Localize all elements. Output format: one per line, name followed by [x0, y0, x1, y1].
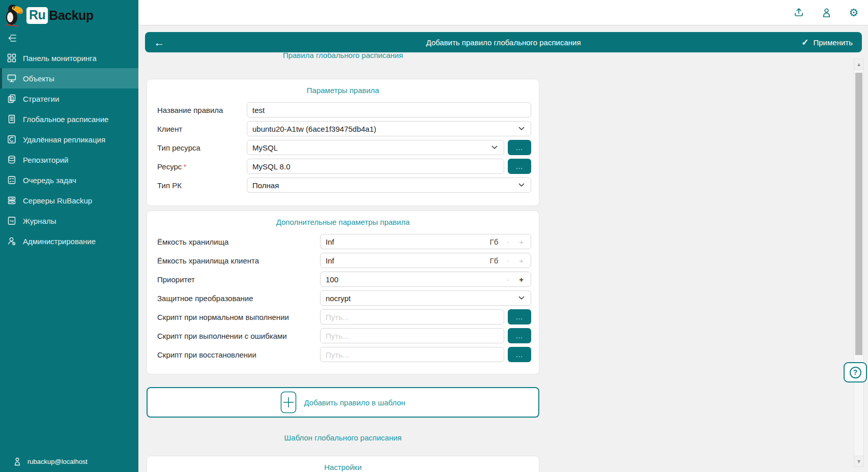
chevron-down-icon [518, 183, 525, 187]
sidebar-item-logs[interactable]: log Журналы [0, 211, 138, 231]
add-rule-to-template-label: Добавить правило в шаблон [304, 398, 405, 407]
sidebar-item-label: Серверы RuBackup [23, 196, 92, 205]
resource-input[interactable] [247, 159, 504, 174]
sidebar-item-label: Журналы [23, 217, 56, 225]
form-row-resource: Ресурс* ... [157, 159, 531, 174]
sidebar-item-label: Панель мониторинга [23, 54, 97, 63]
priority-input[interactable] [326, 275, 506, 284]
scrollbar-thumb[interactable] [855, 73, 862, 355]
resource-browse-button[interactable]: ... [508, 159, 531, 174]
required-asterisk: * [183, 162, 186, 171]
chevron-down-icon [518, 296, 525, 300]
sidebar-item-label: Очередь задач [23, 176, 76, 185]
task-queue-icon [7, 175, 17, 185]
form-row-client-storage-capacity: Ёмкость хранилища клиента Гб - + [157, 253, 531, 268]
resource-label: Ресурс* [157, 162, 247, 171]
resource-type-label: Тип ресурса [157, 143, 247, 152]
form-row-priority: Приоритет - + [157, 272, 531, 287]
rule-parameters-title: Параметры правила [147, 79, 539, 95]
increment-button[interactable]: + [519, 275, 524, 284]
add-rule-to-template-button[interactable]: Добавить правило в шаблон [147, 387, 539, 418]
sidebar-item-global-schedule[interactable]: Глобальное расписание [0, 109, 138, 129]
script-normal-browse-button[interactable]: ... [508, 309, 531, 324]
client-storage-capacity-input[interactable] [326, 256, 490, 265]
form-row-resource-type: Тип ресурса MySQL ... [157, 140, 531, 155]
settings-button[interactable]: ⚙ [848, 7, 860, 19]
strategies-doc-icon [7, 94, 17, 104]
client-storage-capacity-stepper: Гб - + [320, 253, 531, 268]
help-button[interactable]: ? [844, 362, 867, 382]
apply-button[interactable]: ✓ Применить [798, 37, 862, 48]
storage-capacity-input[interactable] [326, 238, 490, 246]
section-heading-clip: Правила глобального расписания [147, 53, 539, 63]
form-row-backup-type: Тип РК Полная [157, 178, 531, 193]
profile-button[interactable] [820, 7, 832, 19]
logs-icon: log [7, 216, 17, 226]
sidebar-item-servers[interactable]: Серверы RuBackup [0, 190, 138, 211]
sidebar-item-task-queue[interactable]: Очередь задач [0, 170, 138, 190]
form-row-crypto: Защитное преобразование nocrypt [157, 290, 531, 306]
collapse-sidebar-icon [7, 33, 19, 43]
sidebar-collapse-button[interactable] [7, 33, 19, 44]
script-normal-input[interactable] [320, 309, 504, 324]
scroll-up-icon: ▲ [857, 62, 860, 67]
increment-button[interactable]: + [519, 256, 524, 265]
form-row-client: Клиент ubuntu20-A1tw (6ace1f39475db4a1) [157, 121, 531, 136]
backup-type-select[interactable]: Полная [247, 178, 531, 193]
sidebar-item-repository[interactable]: Репозиторий [0, 150, 138, 170]
sidebar-item-remote-replication[interactable]: Удалённая репликация [0, 129, 138, 150]
vertical-scrollbar[interactable]: ▲ ▼ [854, 58, 864, 467]
topbar: ⚙ [138, 0, 868, 25]
client-select[interactable]: ubuntu20-A1tw (6ace1f39475db4a1) [247, 121, 531, 136]
sidebar-item-objects[interactable]: Объекты [0, 68, 138, 88]
upload-button[interactable] [793, 7, 805, 19]
storage-capacity-stepper: Гб - + [320, 234, 531, 249]
script-error-input[interactable] [320, 328, 504, 343]
form-row-script-normal: Скрипт при нормальном выполнении ... [157, 309, 531, 324]
servers-icon [7, 195, 17, 205]
replication-icon [7, 134, 17, 144]
storage-capacity-label: Ёмкость хранилища [157, 238, 320, 246]
decrement-button[interactable]: - [506, 275, 509, 284]
template-section-heading: Шаблон глобального расписания [147, 433, 539, 442]
sidebar-item-administration[interactable]: Администрирование [0, 231, 138, 251]
back-button[interactable]: ← [145, 37, 173, 48]
current-user-label: rubackup@localhost [27, 458, 88, 465]
sidebar-item-label: Объекты [23, 74, 54, 83]
decrement-button[interactable]: - [506, 238, 509, 246]
additional-parameters-card: Дополнительные параметры правила Ёмкость… [147, 211, 539, 374]
priority-stepper: - + [320, 272, 531, 287]
sidebar-item-label: Стратегии [23, 95, 59, 103]
scroll-up-button[interactable]: ▲ [854, 59, 863, 70]
chevron-down-icon [491, 145, 498, 150]
user-icon [821, 8, 832, 18]
sidebar-nav: Панель мониторинга Объекты Стратегии [0, 48, 138, 251]
main-content: ← Добавить правило глобального расписани… [138, 25, 868, 472]
script-error-browse-button[interactable]: ... [508, 328, 531, 343]
scroll-down-button[interactable]: ▼ [854, 456, 863, 466]
rules-section-heading: Правила глобального расписания [147, 53, 539, 60]
resource-type-select[interactable]: MySQL [247, 140, 504, 155]
resource-type-browse-button[interactable]: ... [508, 140, 531, 155]
sidebar: Ru Backup Панель мониторинга [0, 0, 138, 472]
script-restore-browse-button[interactable]: ... [508, 347, 531, 362]
decrement-button[interactable]: - [506, 256, 509, 265]
backup-type-select-value: Полная [252, 181, 279, 190]
logo-text-ru: Ru [26, 7, 48, 24]
help-icon: ? [850, 367, 861, 378]
script-normal-label: Скрипт при нормальном выполнении [157, 313, 320, 321]
script-restore-input[interactable] [320, 347, 504, 362]
backup-type-label: Тип РК [157, 181, 247, 190]
check-icon: ✓ [801, 37, 808, 48]
sidebar-item-label: Удалённая репликация [23, 135, 105, 144]
crypto-select[interactable]: nocrypt [320, 290, 531, 306]
sidebar-item-dashboard[interactable]: Панель мониторинга [0, 48, 138, 68]
current-user[interactable]: rubackup@localhost [0, 457, 138, 466]
svg-text:log: log [10, 219, 13, 222]
client-label: Клиент [157, 125, 247, 133]
schedule-doc-icon [7, 114, 17, 124]
increment-button[interactable]: + [519, 238, 524, 246]
sidebar-item-strategies[interactable]: Стратегии [0, 88, 138, 109]
apply-button-label: Применить [813, 38, 853, 47]
rule-name-input[interactable] [247, 102, 531, 117]
